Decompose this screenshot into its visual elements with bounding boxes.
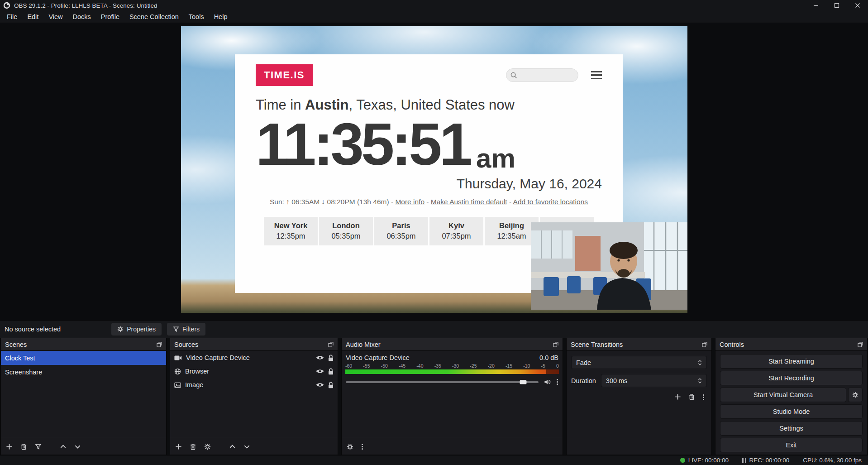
filter-icon xyxy=(173,326,179,332)
filters-label: Filters xyxy=(182,326,200,333)
timeis-clock: 11:35:51 am xyxy=(256,114,602,175)
filters-button[interactable]: Filters xyxy=(167,323,205,336)
close-button[interactable] xyxy=(847,0,868,11)
properties-label: Properties xyxy=(127,326,156,333)
sun-times: Sun: ↑ 06:35AM ↓ 08:20PM (13h 46m) - xyxy=(270,198,395,206)
move-source-up-icon[interactable] xyxy=(229,443,236,450)
preview-canvas[interactable]: TIME.IS Time in Austin, Texas, United St… xyxy=(181,26,687,313)
menu-file[interactable]: File xyxy=(2,11,22,22)
status-bar: LIVE: 00:00:00 REC: 00:00:00 CPU: 0.6%, … xyxy=(0,455,868,465)
timeis-sun-line: Sun: ↑ 06:35AM ↓ 08:20PM (13h 46m) - Mor… xyxy=(256,198,602,206)
scenes-panel-title: Scenes xyxy=(5,341,27,348)
chevron-updown-icon xyxy=(698,359,702,366)
transition-select[interactable]: Fade xyxy=(571,356,707,369)
exit-button[interactable]: Exit xyxy=(720,438,863,452)
source-item-browser[interactable]: Browser xyxy=(170,364,338,378)
spinner-arrows-icon[interactable] xyxy=(698,377,702,384)
rec-status: REC: 00:00:00 xyxy=(742,457,789,464)
scene-item-clock-test[interactable]: Clock Test xyxy=(1,351,166,365)
move-scene-up-icon[interactable] xyxy=(60,443,67,450)
webcam-source[interactable] xyxy=(531,222,687,310)
city-cell: Paris 06:35pm xyxy=(374,217,428,245)
gear-icon xyxy=(852,392,858,398)
lock-icon[interactable] xyxy=(328,368,334,375)
rec-pause-icon xyxy=(742,458,746,463)
popout-icon[interactable] xyxy=(328,342,334,347)
visibility-eye-icon[interactable] xyxy=(316,355,324,360)
more-info-link: More info xyxy=(395,198,424,206)
volume-slider-handle[interactable] xyxy=(520,380,526,384)
visibility-eye-icon[interactable] xyxy=(316,369,324,374)
properties-button[interactable]: Properties xyxy=(111,323,162,336)
city-time: 07:35pm xyxy=(429,231,483,241)
globe-icon xyxy=(174,368,181,375)
lock-icon[interactable] xyxy=(328,355,334,361)
title-bar: OBS 29.1.2 - Profile: LLHLS BETA - Scene… xyxy=(0,0,868,11)
popout-icon[interactable] xyxy=(553,342,558,347)
add-scene-icon[interactable] xyxy=(6,443,13,450)
live-timer: LIVE: 00:00:00 xyxy=(688,457,729,464)
popout-icon[interactable] xyxy=(702,342,707,347)
sources-panel: Sources Video Capture Device Browser xyxy=(170,338,338,455)
system-stats: CPU: 0.6%, 30.00 fps xyxy=(803,457,862,464)
remove-transition-icon[interactable] xyxy=(688,393,695,401)
studio-mode-button[interactable]: Studio Mode xyxy=(720,404,863,419)
meter-scale: -60-55-50-45-40-35-30-25-20-15-10-50 xyxy=(342,363,563,369)
speaker-icon[interactable] xyxy=(544,379,551,385)
add-source-icon[interactable] xyxy=(175,443,182,450)
add-transition-icon[interactable] xyxy=(674,393,681,401)
popout-icon[interactable] xyxy=(157,342,162,347)
maximize-button[interactable] xyxy=(826,0,847,11)
scenes-panel: Scenes Clock Test Screenshare xyxy=(0,338,167,455)
source-label: Video Capture Device xyxy=(186,354,250,361)
menu-bar: File Edit View Docks Profile Scene Colle… xyxy=(0,11,868,23)
volume-slider[interactable] xyxy=(346,381,539,383)
mixer-channel-name: Video Capture Device xyxy=(346,354,410,361)
menu-tools[interactable]: Tools xyxy=(184,11,209,22)
mixer-db-value: 0.0 dB xyxy=(539,354,558,361)
remove-scene-icon[interactable] xyxy=(20,443,27,450)
source-item-video-capture[interactable]: Video Capture Device xyxy=(170,351,338,364)
advanced-audio-gear-icon[interactable] xyxy=(347,443,353,450)
duration-value: 300 ms xyxy=(606,377,698,384)
source-item-image[interactable]: Image xyxy=(170,378,338,392)
visibility-eye-icon[interactable] xyxy=(316,382,324,388)
mixer-options-dots-icon[interactable] xyxy=(556,378,558,386)
transition-properties-dots-icon[interactable] xyxy=(702,393,705,401)
mixer-menu-dots-icon[interactable] xyxy=(361,443,363,451)
scene-item-screenshare[interactable]: Screenshare xyxy=(1,365,166,379)
move-source-down-icon[interactable] xyxy=(243,443,250,450)
minimize-button[interactable] xyxy=(806,0,826,11)
menu-docks[interactable]: Docks xyxy=(68,11,96,22)
menu-scene-collection[interactable]: Scene Collection xyxy=(124,11,184,22)
menu-view[interactable]: View xyxy=(43,11,67,22)
remove-source-icon[interactable] xyxy=(190,443,196,450)
menu-help[interactable]: Help xyxy=(209,11,233,22)
settings-button[interactable]: Settings xyxy=(720,421,863,436)
lock-icon[interactable] xyxy=(328,382,334,388)
city-time: 06:35pm xyxy=(374,231,428,241)
start-virtual-camera-button[interactable]: Start Virtual Camera xyxy=(720,388,846,402)
window-title: OBS 29.1.2 - Profile: LLHLS BETA - Scene… xyxy=(14,2,157,9)
menu-profile[interactable]: Profile xyxy=(96,11,124,22)
rec-timer: REC: 00:00:00 xyxy=(749,457,790,464)
timeis-date: Thursday, May 16, 2024 xyxy=(256,176,602,192)
popout-icon[interactable] xyxy=(858,342,863,347)
menu-edit[interactable]: Edit xyxy=(22,11,43,22)
source-properties-gear-icon[interactable] xyxy=(204,443,211,450)
city-cell: Kyiv 07:35pm xyxy=(429,217,483,245)
move-scene-down-icon[interactable] xyxy=(74,443,81,450)
gear-icon xyxy=(117,326,124,332)
scene-transitions-panel: Scene Transitions Fade Duration 300 ms xyxy=(566,338,712,455)
virtual-camera-settings-button[interactable] xyxy=(848,388,863,402)
start-streaming-button[interactable]: Start Streaming xyxy=(720,354,863,369)
city-cell: London 05:35pm xyxy=(319,217,373,245)
search-icon xyxy=(510,72,518,79)
cpu-fps-text: CPU: 0.6%, 30.00 fps xyxy=(803,457,862,464)
clock-ampm: am xyxy=(476,141,515,175)
audio-mixer-panel-title: Audio Mixer xyxy=(346,341,381,348)
scene-filters-icon[interactable] xyxy=(35,443,42,450)
duration-spinbox[interactable]: 300 ms xyxy=(601,374,707,387)
start-recording-button[interactable]: Start Recording xyxy=(720,371,863,385)
city-cell: New York 12:35pm xyxy=(264,217,318,245)
